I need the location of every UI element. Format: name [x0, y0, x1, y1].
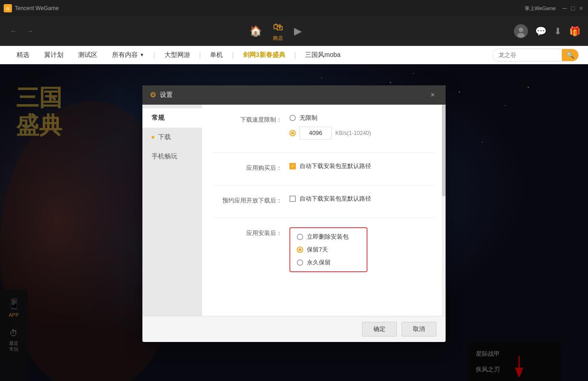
maximize-button[interactable]: □: [570, 5, 576, 11]
subnav-allcontent[interactable]: 所有内容 ▼: [105, 46, 152, 64]
search-button[interactable]: 🔍: [562, 49, 578, 62]
nav-icons: 🏠 🛍 商店 ▶: [40, 21, 510, 42]
separator-2: |: [198, 51, 203, 59]
separator-4: |: [293, 51, 298, 59]
subnav-highlight2[interactable]: 三国风moba: [298, 46, 348, 64]
close-button[interactable]: ×: [578, 5, 584, 11]
speed-custom-radio[interactable]: [289, 130, 296, 136]
speed-custom-row: KB/s(1-10240): [289, 127, 435, 140]
svg-text:G: G: [6, 6, 9, 11]
nav-home[interactable]: 🏠: [249, 25, 262, 37]
speed-value-input[interactable]: [300, 127, 332, 140]
modal-footer: 确定 取消: [142, 316, 446, 342]
title-bar: G Tencent WeGame 掌上WeGame ─ □ ×: [0, 0, 588, 17]
settings-modal: ⚙ 设置 × 常规 下载 手机畅玩: [142, 85, 446, 342]
after-preorder-checkbox-label: 自动下载安装包至默认路径: [300, 195, 371, 203]
after-install-value: 立即删除安装包 保留7天 永久保留: [289, 227, 435, 272]
nav-video[interactable]: ▶: [294, 25, 302, 37]
install-option-forever[interactable]: 永久保留: [297, 258, 360, 267]
modal-scrollbar-thumb[interactable]: [442, 105, 446, 196]
home-icon: 🏠: [249, 25, 262, 37]
install-option-keep7-label: 保留7天: [307, 246, 328, 254]
after-install-row: 应用安装后： 立即删除安装包: [213, 227, 435, 272]
modal-body: 常规 下载 手机畅玩 下载速度限制：: [142, 105, 446, 316]
after-preorder-checkbox[interactable]: [289, 196, 296, 202]
modal-sidebar: 常规 下载 手机畅玩: [142, 105, 202, 316]
avatar[interactable]: [514, 24, 528, 38]
download-icon[interactable]: ⬇: [554, 26, 562, 37]
nav-back-button[interactable]: ←: [7, 25, 20, 38]
subnav-jingxuan[interactable]: 精选: [9, 46, 37, 64]
install-option-forever-label: 永久保留: [307, 258, 331, 267]
subnav-mmorpg[interactable]: 大型网游: [157, 46, 198, 64]
mobile-label: 掌上WeGame: [525, 5, 556, 12]
settings-tab-general[interactable]: 常规: [142, 108, 202, 128]
speed-unlimited-radio[interactable]: [289, 115, 296, 121]
install-option-keep7-inner: [299, 248, 301, 251]
install-option-forever-radio[interactable]: [297, 259, 303, 266]
video-icon: ▶: [294, 25, 302, 37]
confirm-button[interactable]: 确定: [362, 322, 397, 336]
after-install-label: 应用安装后：: [213, 227, 282, 237]
settings-download-label: 下载: [158, 133, 171, 141]
subnav-testzone[interactable]: 测试区: [71, 46, 105, 64]
after-purchase-checkbox-item[interactable]: ✓ 自动下载安装包至默认路径: [289, 162, 435, 170]
download-speed-options: 无限制 KB/s(1-10240): [289, 114, 435, 140]
separator-1: |: [152, 51, 157, 59]
after-purchase-checkbox-label: 自动下载安装包至默认路径: [300, 162, 371, 170]
subnav-yijihua[interactable]: 翼计划: [37, 46, 71, 64]
after-install-options-box: 立即删除安装包 保留7天 永久保留: [289, 227, 368, 272]
subnav-singleplayer[interactable]: 单机: [203, 46, 230, 64]
title-bar-left: G Tencent WeGame: [4, 4, 59, 12]
search-area: 🔍: [492, 49, 579, 62]
after-purchase-label: 应用购买后：: [213, 162, 282, 172]
modal-close-button[interactable]: ×: [427, 90, 438, 101]
after-preorder-label: 预约应用开放下载后：: [213, 195, 282, 205]
app-logo: G: [4, 4, 12, 12]
install-option-keep7-radio[interactable]: [297, 247, 303, 253]
after-preorder-value: 自动下载安装包至默认路径: [289, 195, 435, 203]
settings-general-label: 常规: [152, 114, 164, 122]
cancel-button[interactable]: 取消: [401, 322, 436, 336]
store-label: 商店: [273, 35, 283, 42]
speed-unlimited-label: 无限制: [300, 114, 317, 122]
settings-mobile-label: 手机畅玩: [152, 152, 177, 161]
svg-point-4: [517, 33, 525, 38]
nav-store[interactable]: 🛍 商店: [273, 21, 283, 42]
after-purchase-value: ✓ 自动下载安装包至默认路径: [289, 162, 435, 170]
download-dot: [152, 136, 154, 139]
settings-content: 下载速度限制： 无限制: [202, 105, 446, 316]
settings-header-icon: ⚙: [150, 90, 156, 99]
store-icon: 🛍: [273, 21, 283, 33]
search-input[interactable]: [493, 51, 562, 58]
message-icon[interactable]: 💬: [535, 26, 547, 37]
main-content: 三国 盛典 📱 APP ⏱ 最近常玩 星际战甲 疾风之刃: [0, 64, 588, 381]
separator-3: |: [230, 51, 236, 59]
after-purchase-checkbox[interactable]: ✓: [289, 163, 296, 169]
chevron-down-icon: ▼: [140, 52, 144, 57]
download-speed-row: 下载速度限制： 无限制: [213, 114, 435, 140]
install-option-keep7[interactable]: 保留7天: [297, 246, 360, 254]
minimize-button[interactable]: ─: [561, 5, 568, 11]
install-option-delete-radio[interactable]: [297, 234, 303, 240]
install-option-delete[interactable]: 立即删除安装包: [297, 233, 360, 241]
speed-unlimited-option[interactable]: 无限制: [289, 114, 435, 122]
sub-nav: 精选 翼计划 测试区 所有内容 ▼ | 大型网游 | 单机 | 剑网3新春盛典 …: [0, 46, 588, 64]
svg-point-3: [519, 28, 523, 32]
install-option-delete-label: 立即删除安装包: [307, 233, 349, 241]
title-bar-right: 掌上WeGame ─ □ ×: [525, 5, 584, 12]
nav-forward-button[interactable]: →: [24, 25, 37, 38]
gift-icon[interactable]: 🎁: [569, 26, 581, 37]
nav-right: 💬 ⬇ 🎁: [514, 24, 581, 38]
speed-unit-label: KB/s(1-10240): [335, 130, 371, 136]
modal-title: 设置: [160, 91, 424, 99]
settings-tab-mobile[interactable]: 手机畅玩: [142, 147, 202, 166]
after-preorder-checkbox-item[interactable]: 自动下载安装包至默认路径: [289, 195, 435, 203]
checkbox-check-icon: ✓: [291, 164, 294, 168]
modal-overlay: ⚙ 设置 × 常规 下载 手机畅玩: [0, 64, 588, 381]
after-preorder-row: 预约应用开放下载后： 自动下载安装包至默认路径: [213, 195, 435, 205]
subnav-highlight1[interactable]: 剑网3新春盛典: [236, 46, 293, 64]
modal-header: ⚙ 设置 ×: [142, 85, 446, 105]
settings-tab-download[interactable]: 下载: [142, 128, 202, 147]
modal-scrollbar[interactable]: [442, 105, 446, 316]
